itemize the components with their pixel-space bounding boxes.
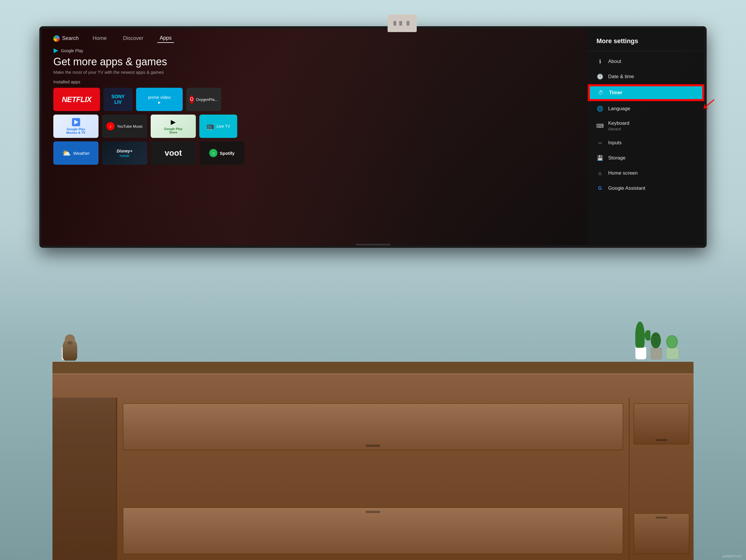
search-nav-item[interactable]: Search [53,35,79,42]
outlet-slot-right [406,21,409,26]
outlet-slot-left [393,21,396,26]
nav-discover[interactable]: Discover [121,34,146,43]
tv-screen: Search Home Discover Apps [42,29,704,246]
oxygen-label: OxygenPla... [196,97,218,102]
settings-language-text: Language [608,106,696,112]
outlet-slot-middle [399,21,402,26]
right-drawer-1-handle [656,439,667,441]
nav-home[interactable]: Home [90,34,109,43]
tv-stand [53,362,693,560]
sonyliv-label: SONYLIV [111,94,124,105]
right-drawer-2 [634,513,689,554]
tv-stand-body [53,373,693,560]
settings-keyboard-text: Keyboard Gboard [608,120,696,131]
drawer-handle-bottom [366,511,380,513]
settings-homescreen-label: Home screen [608,170,696,176]
clock-icon: 🕐 [597,73,603,80]
ytmusic-label: YouTube Music [117,124,143,129]
settings-datetime[interactable]: 🕐 Date & time [588,69,704,84]
cactus-small [651,332,662,359]
gpstore-icon: ▶ [171,118,176,126]
spotify-icon: ♫ [209,149,218,157]
gpstore-label: Google PlayStore [164,127,183,134]
settings-homescreen[interactable]: ⌂ Home screen [588,166,704,181]
settings-timer-text: Timer [609,90,695,95]
settings-inputs[interactable]: ↔ Inputs [588,135,704,150]
settings-datetime-label: Date & time [608,74,696,80]
google-play-icon [53,48,59,53]
info-icon: ℹ [597,58,603,65]
gplay-movies-app[interactable]: Google PlayMovies & TV [53,115,98,138]
prime-label: prime video ▶ [148,94,171,104]
google-assistant-icon [53,35,60,42]
settings-google-assistant[interactable]: G Google Assistant [588,181,704,196]
settings-storage-label: Storage [608,155,696,161]
watermark: gadgetstouse [722,554,742,558]
gplay-movies-label: Google PlayMovies & TV [66,128,85,134]
stand-drawer-top [123,403,623,450]
netflix-label: NETFLIX [62,95,91,104]
groot-figurine [63,339,77,361]
livetv-label: Live TV [217,124,230,129]
stand-left-section [53,398,117,560]
settings-about-label: About [608,59,696,64]
voot-app[interactable]: voot [151,141,196,165]
hotstar-app[interactable]: Disney+ hotstar [102,141,147,165]
livetv-app[interactable]: 📺 Live TV [199,115,237,138]
settings-timer-label: Timer [609,90,695,95]
spotify-label: Spotify [220,151,235,156]
weather-label: Weather [73,151,89,156]
settings-inputs-label: Inputs [608,140,696,146]
right-drawer-1 [634,403,689,444]
google-g-icon: G [597,185,603,192]
prime-video-app[interactable]: prime video ▶ [136,88,183,111]
inputs-icon: ↔ [597,139,603,146]
settings-keyboard-sublabel: Gboard [608,127,696,131]
search-label[interactable]: Search [62,35,79,41]
right-drawer-2-handle [656,516,667,519]
oxygen-icon: O [190,95,194,104]
voot-label: voot [165,148,182,158]
settings-about-text: About [608,59,696,64]
weather-app[interactable]: ⛅ Weather [53,141,98,165]
gplay-store-app[interactable]: ▶ Google PlayStore [151,115,196,138]
youtube-music-app[interactable]: ♪ YouTube Music [102,115,147,138]
settings-storage-text: Storage [608,155,696,161]
keyboard-icon: ⌨ [597,122,603,130]
settings-keyboard-label: Keyboard [608,120,696,126]
storage-icon: 💾 [597,155,603,162]
stand-drawer-bottom [123,507,623,554]
stand-middle-section [117,398,629,560]
tv-stand-surface [53,362,693,373]
nav-apps[interactable]: Apps [157,34,174,43]
drawer-handle-top [366,445,380,447]
timer-icon: ⏱ [597,89,604,96]
sonyliv-app[interactable]: SONYLIV [104,88,133,111]
settings-panel-title: More settings [588,37,704,51]
spotify-app[interactable]: ♫ Spotify [199,141,245,165]
hotstar-label: Disney+ [117,149,132,153]
oxygenplay-app[interactable]: O OxygenPla... [186,88,221,111]
livetv-icon: 📺 [206,122,214,130]
succulent [666,335,679,359]
gplay-movies-icon [72,118,80,126]
cactus-tall [635,321,646,359]
settings-keyboard[interactable]: ⌨ Keyboard Gboard [588,116,704,135]
settings-storage[interactable]: 💾 Storage [588,150,704,166]
stand-right-section [629,398,693,560]
settings-about[interactable]: ℹ About [588,54,704,69]
gplay-logo-text: Google Play [61,48,83,53]
language-icon: 🌐 [597,105,603,112]
settings-datetime-text: Date & time [608,74,696,80]
settings-timer[interactable]: ⏱ Timer [588,84,704,101]
netflix-app[interactable]: NETFLIX [53,88,100,111]
settings-assistant-label: Google Assistant [608,186,696,191]
settings-homescreen-text: Home screen [608,170,696,176]
settings-inputs-text: Inputs [608,140,696,146]
plant-group-right [635,321,679,359]
weather-icon: ⛅ [62,149,71,157]
settings-panel: More settings ℹ About 🕐 Date & time ⏱ [588,29,704,246]
television: Search Home Discover Apps [39,26,707,248]
settings-language[interactable]: 🌐 Language [588,101,704,116]
settings-assistant-text: Google Assistant [608,186,696,191]
